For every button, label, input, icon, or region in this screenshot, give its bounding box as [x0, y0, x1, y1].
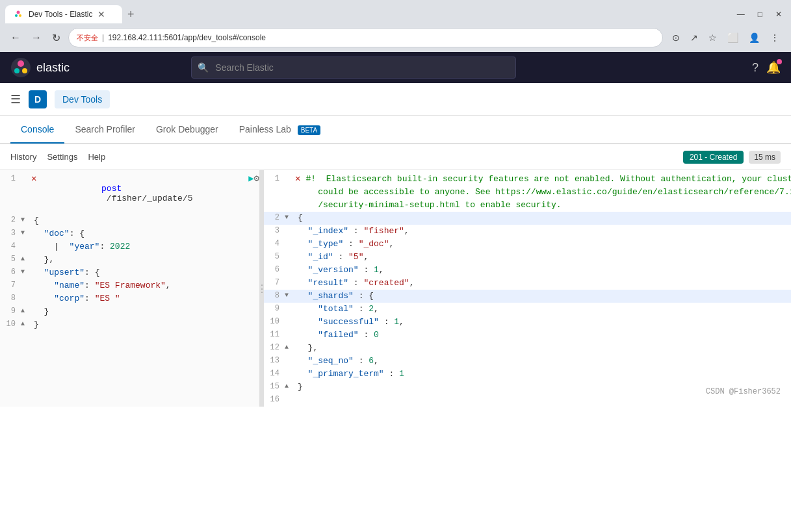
resp-fold-6 — [285, 264, 295, 266]
resp-line-num-6: 6 — [264, 264, 285, 274]
line-number-1: 1 — [0, 173, 21, 183]
line-content-4: | "year": 2022 — [31, 240, 259, 253]
hamburger-button[interactable]: ☰ — [10, 92, 21, 107]
browser-tab[interactable]: Dev Tools - Elastic ✕ — [5, 5, 122, 23]
browser-chrome: Dev Tools - Elastic ✕ + — □ ✕ ← → ↻ 不安全 … — [0, 0, 791, 52]
resp-line-num-9: 9 — [264, 303, 285, 313]
line-content-9: } — [31, 305, 259, 318]
fold-6[interactable]: ▼ — [21, 266, 31, 275]
reader-mode-button[interactable]: ⊙ — [668, 30, 684, 45]
line-number-7: 7 — [0, 279, 21, 290]
editor-line-6: 6 ▼ "upsert": { — [0, 266, 259, 279]
resp-line-content-5: "_id" : "5", — [295, 251, 791, 263]
menu-button[interactable]: ⋮ — [766, 30, 783, 45]
watermark: CSDN @Fisher3652 — [706, 387, 781, 396]
tab-painless-lab[interactable]: Painless Lab BETA — [229, 116, 331, 144]
fold-9[interactable]: ▲ — [21, 305, 31, 314]
maximize-button[interactable]: □ — [754, 8, 766, 20]
response-line-9: 9 "total" : 2, — [264, 303, 791, 316]
response-line-1c: /security-minimal-setup.html to enable s… — [264, 199, 791, 212]
line-number-6: 6 — [0, 266, 21, 277]
tabs-bar: Console Search Profiler Grok Debugger Pa… — [0, 116, 791, 144]
fold-10[interactable]: ▲ — [21, 318, 31, 327]
editor-line-8: 8 "corp": "ES " — [0, 292, 259, 305]
back-button[interactable]: ← — [8, 29, 23, 46]
line-number-3: 3 — [0, 227, 21, 238]
tab-console[interactable]: Console — [10, 116, 64, 144]
tab-grok-debugger[interactable]: Grok Debugger — [146, 116, 229, 144]
refresh-button[interactable]: ↻ — [49, 29, 63, 47]
browser-titlebar: Dev Tools - Elastic ✕ + — □ ✕ — [0, 0, 791, 23]
dev-tools-button[interactable]: Dev Tools — [55, 90, 110, 108]
resp-fold-5 — [285, 251, 295, 253]
tab-close-button[interactable]: ✕ — [97, 9, 105, 19]
tab-search-profiler[interactable]: Search Profiler — [64, 116, 146, 144]
resp-fold-2[interactable]: ▼ — [285, 212, 295, 221]
notification-icon[interactable]: 🔔 — [766, 60, 781, 75]
fold-2[interactable]: ▼ — [21, 214, 31, 223]
notification-badge-dot — [777, 59, 782, 64]
response-line-2: 2 ▼ { — [264, 212, 791, 225]
resp-fold-9 — [285, 303, 295, 305]
resp-line-content-11: "failed" : 0 — [295, 329, 791, 341]
settings-button[interactable]: Settings — [47, 152, 77, 162]
tab-console-label: Console — [21, 124, 54, 134]
resp-fold-11 — [285, 329, 295, 331]
editor-line-5: 5 ▲ }, — [0, 253, 259, 266]
editor-line-3: 3 ▼ "doc": { — [0, 227, 259, 240]
response-line-1: 1 ✕ #! Elasticsearch built-in security f… — [264, 173, 791, 186]
help-icon[interactable]: ? — [752, 61, 759, 75]
resp-fold-12[interactable]: ▲ — [285, 342, 295, 351]
resp-line-content-3: "_index" : "fisher", — [295, 225, 791, 237]
fold-empty-7 — [21, 279, 31, 281]
fold-5[interactable]: ▲ — [21, 253, 31, 262]
resp-line-num-4: 4 — [264, 238, 285, 248]
resp-fold-3 — [285, 225, 295, 227]
resp-line-content-7: "result" : "created", — [295, 277, 791, 289]
close-window-button[interactable]: ✕ — [772, 8, 786, 20]
editor-line-10: 10 ▲ } — [0, 318, 259, 331]
help-button[interactable]: Help — [88, 152, 105, 162]
line-content-1: post /fisher/_update/5 — [38, 173, 248, 214]
fold-empty-1 — [21, 173, 31, 175]
resp-line-content-14: "_primary_term" : 1 — [295, 368, 791, 380]
elastic-logo: elastic — [10, 57, 70, 78]
response-line-14: 14 "_primary_term" : 1 — [264, 368, 791, 381]
share-button[interactable]: ↗ — [686, 30, 702, 45]
fold-3[interactable]: ▼ — [21, 227, 31, 236]
response-line-1b: could be accessible to anyone. See https… — [264, 186, 791, 199]
resp-line-content-12: }, — [295, 342, 791, 354]
error-icon-1[interactable]: ✕ — [31, 173, 36, 184]
resp-line-num-14: 14 — [264, 368, 285, 378]
address-bar[interactable]: 不安全 | 192.168.42.111:5601/app/dev_tools#… — [68, 28, 663, 47]
elastic-logo-text: elastic — [36, 61, 70, 75]
line-number-10: 10 — [0, 318, 21, 329]
resp-line-num-16: 16 — [264, 394, 285, 404]
resp-fold-8[interactable]: ▼ — [285, 290, 295, 299]
left-editor-panel[interactable]: 1 ✕ post /fisher/_update/5 ▶ ⚙ 2 ▼ { — [0, 170, 260, 407]
resp-error-icon-1[interactable]: ✕ — [295, 173, 300, 184]
elastic-header: elastic 🔍 ? 🔔 — [0, 52, 791, 83]
resp-fold-10 — [285, 316, 295, 318]
profile-button[interactable]: 👤 — [745, 30, 764, 45]
new-tab-button[interactable]: + — [122, 8, 140, 21]
search-input[interactable] — [191, 57, 516, 79]
minimize-button[interactable]: — — [733, 8, 749, 20]
line-content-5: }, — [31, 253, 259, 266]
split-screen-button[interactable]: ⬜ — [723, 30, 742, 45]
run-button[interactable]: ▶ — [248, 173, 253, 184]
app-toolbar: ☰ D Dev Tools — [0, 83, 791, 116]
history-button[interactable]: History — [10, 152, 36, 162]
config-button[interactable]: ⚙ — [254, 173, 259, 184]
forward-button[interactable]: → — [29, 29, 44, 46]
resp-line-num-12: 12 — [264, 342, 285, 352]
response-line-8: 8 ▼ "_shards" : { — [264, 290, 791, 303]
response-line-12: 12 ▲ }, — [264, 342, 791, 355]
resp-fold-15[interactable]: ▲ — [285, 381, 295, 390]
right-response-panel: 1 ✕ #! Elasticsearch built-in security f… — [264, 170, 791, 407]
browser-toolbar: ← → ↻ 不安全 | 192.168.42.111:5601/app/dev_… — [0, 23, 791, 52]
search-icon: 🔍 — [198, 62, 209, 73]
elastic-logo-icon — [10, 57, 31, 78]
bookmark-button[interactable]: ☆ — [705, 30, 721, 45]
response-line-5: 5 "_id" : "5", — [264, 251, 791, 264]
